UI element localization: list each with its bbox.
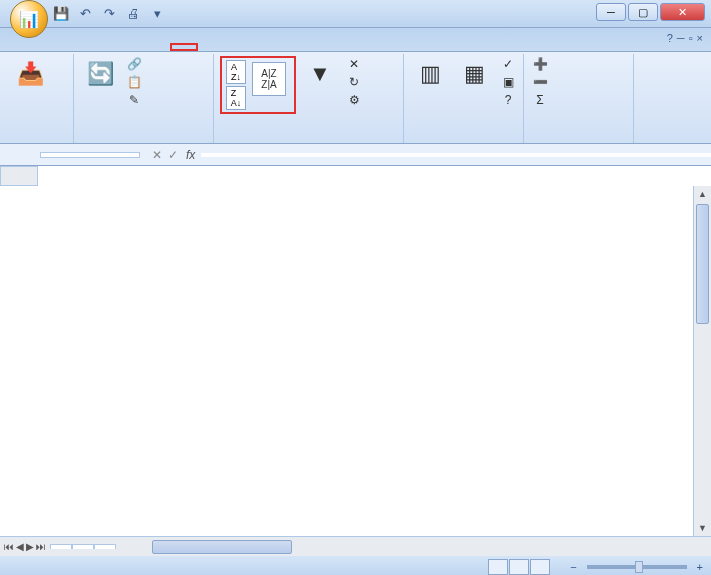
get-external-data-button[interactable]: 📥 [10,56,50,94]
tab-review[interactable] [198,42,228,51]
minimize-button[interactable]: ─ [596,3,626,21]
cancel-formula-icon[interactable]: ✕ [152,148,162,162]
tab-home[interactable] [50,42,80,51]
tab-view[interactable] [228,42,258,51]
close-doc-icon[interactable]: × [697,32,703,44]
last-sheet-icon[interactable]: ⏭ [36,541,46,552]
advanced-icon: ⚙ [347,93,361,107]
help-controls: ? ─ ▫ × [667,32,703,44]
connections-button[interactable]: 🔗 [124,56,147,72]
formula-bar: ✕ ✓ fx [0,144,711,166]
undo-icon[interactable]: ↶ [74,3,96,25]
vscroll-thumb[interactable] [696,204,709,324]
group-sort-filter: AZ↓ ZA↓ A|ZZ|A ▼ ✕ ↻ ⚙ [214,54,404,143]
tab-data[interactable] [170,43,198,51]
sheet-nav: ⏮ ◀ ▶ ⏭ [0,541,50,552]
check-icon: ✓ [501,57,515,71]
scroll-down-icon[interactable]: ▼ [694,520,711,536]
sheet-tab-3[interactable] [94,544,116,549]
next-sheet-icon[interactable]: ▶ [26,541,34,552]
normal-view-button[interactable] [488,559,508,575]
clear-icon: ✕ [347,57,361,71]
titlebar: 📊 💾 ↶ ↷ 🖨 ▾ ─ ▢ ✕ [0,0,711,28]
consolidate-icon: ▣ [501,75,515,89]
zoom-knob[interactable] [635,561,643,573]
text-to-columns-button[interactable]: ▥ [410,56,450,94]
external-data-icon: 📥 [14,58,46,90]
refresh-all-button[interactable]: 🔄 [80,56,120,94]
clear-filter-button[interactable]: ✕ [344,56,367,72]
prev-sheet-icon[interactable]: ◀ [16,541,24,552]
cells-area[interactable] [38,186,693,536]
horizontal-scrollbar[interactable] [136,539,711,555]
office-button[interactable]: 📊 [10,0,48,38]
ungroup-button[interactable]: ➖ [530,74,553,90]
status-bar: − + [0,556,711,575]
columns-icon: ▥ [414,58,446,90]
sort-desc-button[interactable]: ZA↓ [226,86,246,110]
subtotal-button[interactable]: Σ [530,92,553,108]
redo-icon[interactable]: ↷ [98,3,120,25]
sort-button[interactable]: A|ZZ|A [248,60,290,110]
print-icon[interactable]: 🖨 [122,3,144,25]
sort-asc-button[interactable]: AZ↓ [226,60,246,84]
close-button[interactable]: ✕ [660,3,705,21]
link-icon: 🔗 [127,57,141,71]
group-icon: ➕ [533,57,547,71]
tab-page-layout[interactable] [110,42,140,51]
sheet-tab-1[interactable] [50,544,72,549]
filter-button[interactable]: ▼ [300,56,340,94]
reapply-button[interactable]: ↻ [344,74,367,90]
group-connections: 🔄 🔗 📋 ✎ [74,54,214,143]
sort-icon: A|ZZ|A [252,62,286,96]
page-layout-view-button[interactable] [509,559,529,575]
refresh-icon: 🔄 [84,58,116,90]
formula-input[interactable] [201,153,711,157]
formula-icons: ✕ ✓ [144,148,186,162]
advanced-filter-button[interactable]: ⚙ [344,92,367,108]
remove-duplicates-button[interactable]: ▦ [454,56,494,94]
sheet-tab-2[interactable] [72,544,94,549]
view-buttons [488,559,550,575]
zoom-out-icon[interactable]: − [570,561,576,573]
properties-icon: 📋 [127,75,141,89]
whatif-icon: ? [501,93,515,107]
group-rows-button[interactable]: ➕ [530,56,553,72]
first-sheet-icon[interactable]: ⏮ [4,541,14,552]
sort-highlight-box: AZ↓ ZA↓ A|ZZ|A [220,56,296,114]
subtotal-icon: Σ [533,93,547,107]
tool-b-button[interactable]: ▣ [498,74,518,90]
sheet-bar: ⏮ ◀ ▶ ⏭ [0,536,711,556]
save-icon[interactable]: 💾 [50,3,72,25]
fx-icon[interactable]: fx [186,148,195,162]
name-box[interactable] [40,152,140,158]
qat-more-icon[interactable]: ▾ [146,3,168,25]
restore-icon[interactable]: ▫ [689,32,693,44]
ribbon-tabs: ? ─ ▫ × [0,28,711,52]
grid: ▲ ▼ [0,166,711,536]
dedup-icon: ▦ [458,58,490,90]
tool-a-button[interactable]: ✓ [498,56,518,72]
group-external-data: 📥 [4,54,74,143]
vertical-scrollbar[interactable]: ▲ ▼ [693,186,711,536]
filter-icon: ▼ [304,58,336,90]
help-icon[interactable]: ? [667,32,673,44]
select-all-corner[interactable] [0,166,38,186]
zoom-in-icon[interactable]: + [697,561,703,573]
accept-formula-icon[interactable]: ✓ [168,148,178,162]
hscroll-thumb[interactable] [152,540,292,554]
quick-access-toolbar: 💾 ↶ ↷ 🖨 ▾ [50,3,168,25]
tab-formulas[interactable] [140,42,170,51]
min-ribbon-icon[interactable]: ─ [677,32,685,44]
edit-links-button[interactable]: ✎ [124,92,147,108]
scroll-up-icon[interactable]: ▲ [694,186,711,202]
ungroup-icon: ➖ [533,75,547,89]
properties-button[interactable]: 📋 [124,74,147,90]
group-outline: ➕ ➖ Σ [524,54,634,143]
group-data-tools: ▥ ▦ ✓ ▣ ? [404,54,524,143]
zoom-slider[interactable] [587,565,687,569]
tab-insert[interactable] [80,42,110,51]
maximize-button[interactable]: ▢ [628,3,658,21]
page-break-view-button[interactable] [530,559,550,575]
tool-c-button[interactable]: ? [498,92,518,108]
